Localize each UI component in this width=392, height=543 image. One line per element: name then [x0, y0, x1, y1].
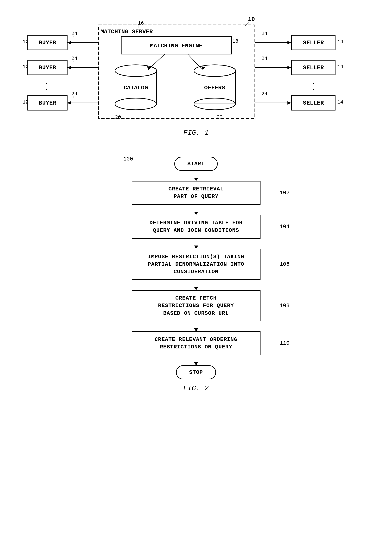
svg-text:·: ·	[45, 80, 48, 87]
svg-text:BUYER: BUYER	[39, 40, 56, 46]
ref-104: 104	[280, 223, 290, 230]
ref-110: 110	[280, 340, 290, 346]
svg-text:14: 14	[337, 64, 343, 70]
svg-text:20: 20	[115, 114, 121, 120]
step-102-wrapper: CREATE RETRIEVALPART OF QUERY 102	[132, 181, 261, 205]
svg-text:12: 12	[23, 99, 29, 105]
step-106-box: IMPOSE RESTRICTION(S) TAKINGPARTIAL DENO…	[132, 249, 261, 280]
svg-marker-53	[67, 101, 71, 105]
fig1-label: FIG. 1	[183, 129, 209, 137]
start-step: START	[174, 157, 218, 171]
svg-point-23	[194, 65, 235, 77]
fig1-diagram: 10 MATCHING SERVER 16 MATCHING ENGINE 18	[17, 12, 375, 129]
arrow-2	[196, 205, 196, 215]
fig1-svg: 10 MATCHING SERVER 16 MATCHING ENGINE 18	[17, 12, 375, 129]
svg-text:MATCHING ENGINE: MATCHING ENGINE	[150, 43, 202, 49]
svg-text:MATCHING SERVER: MATCHING SERVER	[101, 28, 153, 35]
svg-text:24: 24	[262, 31, 268, 36]
svg-text:10: 10	[248, 16, 255, 23]
svg-text:16: 16	[138, 20, 144, 26]
stop-oval: STOP	[176, 365, 216, 379]
svg-text:BUYER: BUYER	[39, 64, 56, 71]
fig1-caption: FIG. 1	[17, 129, 375, 137]
arrow-1	[196, 171, 196, 181]
start-oval: START	[174, 157, 218, 171]
svg-text:·: ·	[312, 87, 315, 93]
svg-text:22: 22	[217, 114, 223, 120]
step-110-box: CREATE RELEVANT ORDERINGRESTRICTIONS ON …	[132, 331, 261, 355]
step-102-text: CREATE RETRIEVALPART OF QUERY	[168, 186, 224, 200]
svg-marker-60	[287, 41, 291, 44]
svg-text:·: ·	[45, 87, 48, 93]
svg-text:24: 24	[72, 56, 78, 61]
svg-marker-44	[67, 66, 71, 69]
arrow-3	[196, 239, 196, 249]
svg-text:24: 24	[262, 91, 268, 97]
stop-step: STOP	[176, 365, 216, 379]
svg-marker-76	[287, 101, 291, 105]
flowchart: 100 START CREATE RETRIEVALPART OF QUERY …	[17, 150, 375, 379]
svg-text:14: 14	[337, 39, 343, 45]
svg-text:SELLER: SELLER	[303, 40, 324, 46]
step-108-wrapper: CREATE FETCHRESTRICTIONS FOR QUERYBASED …	[132, 290, 261, 321]
svg-line-1	[245, 22, 249, 26]
svg-point-15	[115, 65, 157, 77]
step-104-box: DETERMINE DRIVING TABLE FORQUERY AND JOI…	[132, 215, 261, 239]
ref-102: 102	[280, 190, 290, 196]
step-106-text: IMPOSE RESTRICTION(S) TAKINGPARTIAL DENO…	[148, 254, 244, 275]
step-106-wrapper: IMPOSE RESTRICTION(S) TAKINGPARTIAL DENO…	[132, 249, 261, 280]
svg-text:SELLER: SELLER	[303, 100, 324, 106]
page: 10 MATCHING SERVER 16 MATCHING ENGINE 18	[0, 0, 392, 543]
svg-text:24: 24	[262, 56, 268, 61]
fig2-diagram: 100 START CREATE RETRIEVALPART OF QUERY …	[17, 150, 375, 392]
svg-text:12: 12	[23, 39, 29, 45]
arrow-5	[196, 321, 196, 331]
svg-text:14: 14	[337, 99, 343, 105]
fig2-label: FIG. 2	[183, 384, 209, 392]
step-108-box: CREATE FETCHRESTRICTIONS FOR QUERYBASED …	[132, 290, 261, 321]
step-104-wrapper: DETERMINE DRIVING TABLE FORQUERY AND JOI…	[132, 215, 261, 239]
ref-100: 100	[123, 156, 133, 162]
fig2-caption: FIG. 2	[17, 384, 375, 392]
svg-text:12: 12	[23, 64, 29, 70]
step-102-box: CREATE RETRIEVALPART OF QUERY	[132, 181, 261, 205]
step-104-text: DETERMINE DRIVING TABLE FORQUERY AND JOI…	[149, 220, 242, 233]
arrow-4	[196, 280, 196, 290]
svg-marker-37	[67, 41, 71, 44]
svg-text:CATALOG: CATALOG	[123, 85, 148, 91]
svg-text:·: ·	[312, 80, 315, 87]
step-110-wrapper: CREATE RELEVANT ORDERINGRESTRICTIONS ON …	[132, 331, 261, 355]
svg-text:18: 18	[232, 39, 239, 44]
svg-text:SELLER: SELLER	[303, 64, 324, 71]
svg-marker-67	[287, 66, 291, 69]
svg-text:24: 24	[72, 31, 78, 36]
ref-106: 106	[280, 261, 290, 267]
ref-108: 108	[280, 302, 290, 309]
arrow-6	[196, 355, 196, 365]
svg-text:OFFERS: OFFERS	[204, 85, 225, 91]
step-110-text: CREATE RELEVANT ORDERINGRESTRICTIONS ON …	[155, 336, 237, 350]
step-108-text: CREATE FETCHRESTRICTIONS FOR QUERYBASED …	[158, 295, 234, 317]
svg-line-28	[188, 54, 202, 70]
svg-text:24: 24	[72, 91, 78, 97]
svg-text:BUYER: BUYER	[39, 100, 56, 106]
